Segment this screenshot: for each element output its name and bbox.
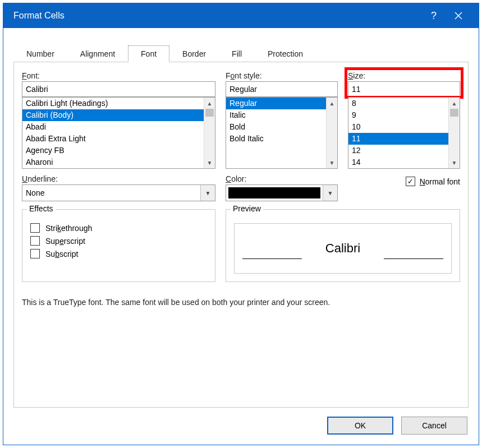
size-label: Size: <box>348 71 460 80</box>
superscript-label: Superscript <box>45 237 85 246</box>
tab-fill[interactable]: Fill <box>219 45 255 62</box>
size-list-item[interactable]: 10 <box>348 121 448 133</box>
tab-content: Font: Calibri Light (Headings) Calibri (… <box>13 62 469 408</box>
font-style-list-item[interactable]: Bold Italic <box>226 133 326 145</box>
font-list-item[interactable]: Abadi Extra Light <box>22 133 204 145</box>
size-list-item[interactable]: 8 <box>348 98 448 109</box>
size-input[interactable] <box>348 81 460 97</box>
window-title: Format Cells <box>13 11 421 21</box>
dialog-buttons: OK Cancel <box>3 408 479 445</box>
tab-number[interactable]: Number <box>13 45 67 62</box>
tab-alignment[interactable]: Alignment <box>67 45 128 62</box>
effects-legend: Effects <box>27 204 56 213</box>
font-style-list-item[interactable]: Italic <box>226 109 326 121</box>
underline-label: Underline: <box>22 174 215 183</box>
checkbox-unchecked-icon <box>30 236 40 246</box>
size-list[interactable]: 8 9 10 11 12 14 ▲ ▼ <box>348 97 460 169</box>
color-swatch <box>228 187 320 198</box>
font-list-item[interactable]: Agency FB <box>22 145 204 156</box>
tab-bar: Number Alignment Font Border Fill Protec… <box>13 45 469 62</box>
size-list-item[interactable]: 11 <box>348 133 448 145</box>
underline-value: None <box>22 185 200 201</box>
size-list-item[interactable]: 9 <box>348 109 448 121</box>
preview-legend: Preview <box>231 204 263 213</box>
font-style-label: Font style: <box>226 71 338 80</box>
font-list-item[interactable]: Abadi <box>22 121 204 133</box>
font-list-item[interactable]: Calibri Light (Headings) <box>22 98 204 109</box>
font-hint-text: This is a TrueType font. The same font w… <box>22 298 460 307</box>
close-icon[interactable] <box>446 12 471 20</box>
tab-protection[interactable]: Protection <box>255 45 316 62</box>
color-label: Color: <box>226 174 338 183</box>
font-style-list-item[interactable]: Regular <box>226 98 326 109</box>
strikethrough-checkbox[interactable]: Strikethrough <box>30 223 207 233</box>
scroll-down-arrow-icon[interactable]: ▼ <box>204 157 215 168</box>
font-style-list[interactable]: Regular Italic Bold Bold Italic ▲ ▼ <box>226 97 338 169</box>
checkbox-unchecked-icon <box>30 249 40 258</box>
checkbox-unchecked-icon <box>30 223 40 233</box>
titlebar: Format Cells ? <box>3 3 479 28</box>
font-list-item[interactable]: Calibri (Body) <box>22 109 204 121</box>
underline-select[interactable]: None ▼ <box>22 184 215 201</box>
size-list-scrollbar[interactable]: ▲ ▼ <box>448 98 460 168</box>
color-select[interactable]: ▼ <box>226 184 338 201</box>
font-style-list-scrollbar[interactable]: ▲ ▼ <box>326 98 337 168</box>
font-label: Font: <box>22 71 215 80</box>
size-list-item[interactable]: 14 <box>348 156 448 168</box>
tab-font[interactable]: Font <box>128 45 169 62</box>
font-list-item[interactable]: Aharoni <box>22 156 204 168</box>
scroll-up-arrow-icon[interactable]: ▲ <box>204 98 215 109</box>
format-cells-dialog: Format Cells ? Number Alignment Font Bor… <box>3 3 479 445</box>
tab-border[interactable]: Border <box>169 45 219 62</box>
normal-font-checkbox[interactable]: ✓ Normal font <box>403 174 460 186</box>
scroll-up-arrow-icon[interactable]: ▲ <box>449 98 460 109</box>
preview-text: Calibri <box>325 241 360 256</box>
dropdown-arrow-icon[interactable]: ▼ <box>200 185 215 201</box>
cancel-button[interactable]: Cancel <box>401 417 467 435</box>
effects-group: Effects Strikethrough Superscript Subscr… <box>22 209 215 282</box>
scroll-down-arrow-icon[interactable]: ▼ <box>327 157 337 168</box>
font-list-scrollbar[interactable]: ▲ ▼ <box>204 98 215 168</box>
scroll-up-arrow-icon[interactable]: ▲ <box>327 98 337 109</box>
ok-button[interactable]: OK <box>327 417 393 435</box>
strikethrough-label: Strikethrough <box>45 224 92 233</box>
dropdown-arrow-icon[interactable]: ▼ <box>323 185 337 201</box>
scroll-down-arrow-icon[interactable]: ▼ <box>449 157 460 168</box>
font-style-list-item[interactable]: Bold <box>226 121 326 133</box>
preview-group: Preview Calibri <box>226 209 460 282</box>
preview-box: Calibri <box>234 223 452 274</box>
size-list-item[interactable]: 12 <box>348 145 448 156</box>
subscript-checkbox[interactable]: Subscript <box>30 249 207 258</box>
checkbox-checked-icon: ✓ <box>406 177 415 186</box>
font-list[interactable]: Calibri Light (Headings) Calibri (Body) … <box>22 97 215 169</box>
subscript-label: Subscript <box>45 250 78 258</box>
font-input[interactable] <box>22 81 215 97</box>
normal-font-label: Normal font <box>420 177 460 186</box>
font-style-input[interactable] <box>226 81 338 97</box>
help-icon[interactable]: ? <box>421 10 446 22</box>
superscript-checkbox[interactable]: Superscript <box>30 236 207 246</box>
